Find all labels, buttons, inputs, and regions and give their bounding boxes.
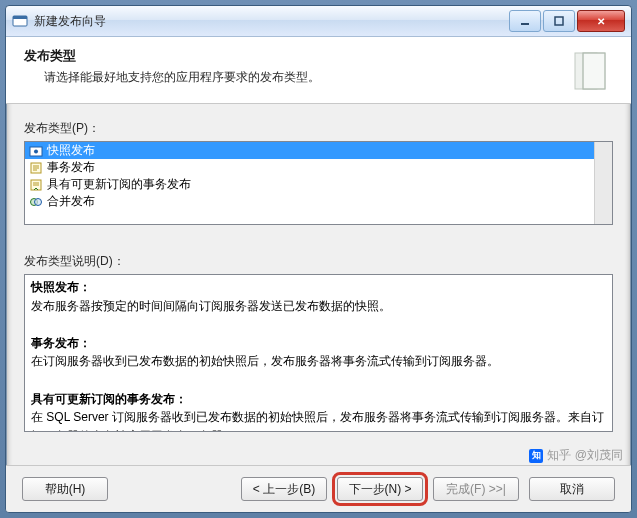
svg-rect-3 — [555, 17, 563, 25]
zhihu-icon: 知 — [529, 449, 543, 463]
types-label: 发布类型(P)： — [24, 120, 613, 137]
svg-rect-1 — [13, 16, 27, 19]
list-item-label: 事务发布 — [47, 159, 95, 176]
app-icon — [12, 13, 28, 29]
list-item-label: 快照发布 — [47, 142, 95, 159]
wizard-header: 发布类型 请选择能最好地支持您的应用程序要求的发布类型。 — [6, 37, 631, 104]
svg-point-8 — [34, 149, 38, 153]
header-title: 发布类型 — [24, 47, 565, 65]
close-button[interactable]: ✕ — [577, 10, 625, 32]
list-item-label: 具有可更新订阅的事务发布 — [47, 176, 191, 193]
description-label: 发布类型说明(D)： — [24, 253, 613, 270]
list-item-label: 合并发布 — [47, 193, 95, 210]
desc-text: 在订阅服务器收到已发布数据的初始快照后，发布服务器将事务流式传输到订阅服务器。 — [31, 352, 606, 371]
maximize-button[interactable] — [543, 10, 575, 32]
titlebar[interactable]: 新建发布向导 ✕ — [6, 6, 631, 37]
snapshot-icon — [29, 144, 43, 158]
help-button[interactable]: 帮助(H) — [22, 477, 108, 501]
list-item[interactable]: 快照发布 — [25, 142, 612, 159]
list-item[interactable]: 合并发布 — [25, 193, 612, 210]
desc-heading: 具有可更新订阅的事务发布： — [31, 392, 187, 406]
header-subtitle: 请选择能最好地支持您的应用程序要求的发布类型。 — [44, 69, 565, 86]
wizard-window: 新建发布向导 ✕ 发布类型 请选择能最好地支持您的应用程序要求的发布类型。 发布… — [5, 5, 632, 513]
desc-heading: 事务发布： — [31, 336, 91, 350]
merge-icon — [29, 195, 43, 209]
header-icon — [565, 47, 613, 95]
next-button[interactable]: 下一步(N) > — [337, 477, 423, 501]
svg-rect-2 — [521, 23, 529, 25]
list-scrollbar[interactable] — [594, 142, 612, 224]
svg-rect-5 — [583, 53, 605, 89]
list-item[interactable]: 事务发布 — [25, 159, 612, 176]
cancel-button[interactable]: 取消 — [529, 477, 615, 501]
back-button[interactable]: < 上一步(B) — [241, 477, 327, 501]
finish-button: 完成(F) >>| — [433, 477, 519, 501]
desc-text: 发布服务器按预定的时间间隔向订阅服务器发送已发布数据的快照。 — [31, 297, 606, 316]
transaction-icon — [29, 161, 43, 175]
description-box[interactable]: 快照发布： 发布服务器按预定的时间间隔向订阅服务器发送已发布数据的快照。 事务发… — [24, 274, 613, 432]
minimize-button[interactable] — [509, 10, 541, 32]
svg-point-12 — [35, 198, 42, 205]
desc-text: 在 SQL Server 订阅服务器收到已发布数据的初始快照后，发布服务器将事务… — [31, 408, 606, 432]
updatable-transaction-icon — [29, 178, 43, 192]
publication-type-list[interactable]: 快照发布 事务发布 具有可更新订阅的事务发布 合并发布 — [24, 141, 613, 225]
list-item[interactable]: 具有可更新订阅的事务发布 — [25, 176, 612, 193]
watermark-text: 知乎 @刘茂同 — [547, 447, 623, 464]
watermark: 知 知乎 @刘茂同 — [529, 447, 623, 464]
window-title: 新建发布向导 — [34, 13, 509, 30]
desc-heading: 快照发布： — [31, 280, 91, 294]
button-bar: 帮助(H) < 上一步(B) 下一步(N) > 完成(F) >>| 取消 — [6, 465, 631, 512]
